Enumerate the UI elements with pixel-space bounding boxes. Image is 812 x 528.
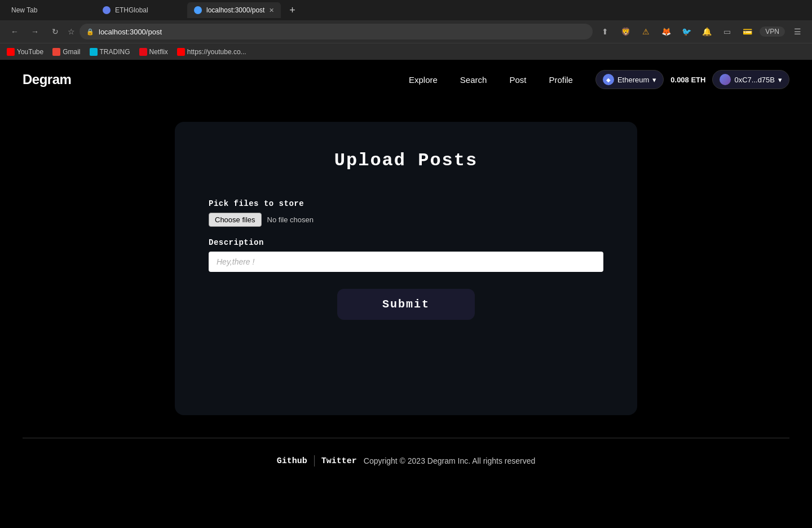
- fox-icon[interactable]: 🦊: [658, 24, 674, 39]
- bookmark-netflix[interactable]: Netflix: [139, 48, 168, 56]
- forward-button[interactable]: →: [27, 24, 43, 39]
- address-text: localhost:3000/post: [99, 28, 162, 36]
- bookmark-label: TRADING: [100, 48, 130, 56]
- footer-copyright: Copyright © 2023 Degram Inc. All rights …: [364, 456, 535, 465]
- close-icon[interactable]: ✕: [269, 7, 274, 14]
- tab-newtab[interactable]: New Tab: [5, 2, 95, 18]
- trading-favicon: [90, 48, 98, 56]
- menu-icon[interactable]: ☰: [789, 24, 805, 39]
- twitter-link[interactable]: Twitter: [321, 456, 357, 466]
- shield-icon[interactable]: ⚠: [638, 24, 654, 39]
- bookmark-button[interactable]: ☆: [68, 27, 75, 36]
- description-group: Description: [209, 238, 603, 272]
- nav-post[interactable]: Post: [509, 75, 526, 85]
- bookmark-gmail[interactable]: Gmail: [52, 48, 80, 56]
- youtube2-favicon: [177, 48, 185, 56]
- gmail-favicon: [52, 48, 60, 56]
- bell-icon[interactable]: 🔔: [699, 24, 714, 39]
- main-content: Upload Posts Pick files to store Choose …: [0, 99, 812, 438]
- bookmark-label: Netflix: [149, 48, 168, 56]
- tab-label: New Tab: [11, 6, 37, 14]
- bookmarks-bar: YouTube Gmail TRADING Netflix https://yo…: [0, 43, 812, 60]
- github-link[interactable]: Github: [277, 456, 307, 466]
- bookmark-youtube2[interactable]: https://youtube.co...: [177, 48, 246, 56]
- main-nav: Explore Search Post Profile: [409, 75, 573, 85]
- network-selector[interactable]: ◆ Ethereum ▾: [595, 70, 664, 89]
- avatar: [720, 74, 731, 85]
- wallet-info: ◆ Ethereum ▾ 0.008 ETH 0xC7...d75B ▾: [595, 70, 789, 89]
- bookmark-label: Gmail: [63, 48, 80, 56]
- wallet-icon[interactable]: 💳: [739, 24, 755, 39]
- chevron-down-icon: ▾: [778, 76, 782, 84]
- submit-button[interactable]: Submit: [337, 289, 475, 320]
- wallet-address-button[interactable]: 0xC7...d75B ▾: [712, 70, 789, 89]
- bookmark-label: YouTube: [17, 48, 43, 56]
- app-logo: Degram: [23, 72, 71, 87]
- youtube-favicon: [7, 48, 15, 56]
- new-tab-button[interactable]: +: [284, 2, 300, 18]
- toolbar-right: ⬆ 🦁 ⚠ 🦊 🐦 🔔 ▭ 💳 VPN ☰: [597, 24, 805, 39]
- tab-label: localhost:3000/post: [206, 6, 264, 14]
- address-bar[interactable]: 🔒 localhost:3000/post: [80, 24, 593, 39]
- nav-explore[interactable]: Explore: [409, 75, 438, 85]
- tab-ethglobal[interactable]: ETHGlobal: [96, 2, 186, 18]
- sidebar-icon[interactable]: ▭: [719, 24, 735, 39]
- eth-icon: ◆: [603, 74, 614, 85]
- ethglobal-icon: [103, 6, 111, 14]
- description-input[interactable]: [209, 252, 603, 272]
- no-file-text: No file chosen: [267, 215, 314, 224]
- app-header: Degram Explore Search Post Profile ◆ Eth…: [0, 60, 812, 99]
- lock-icon: 🔒: [86, 28, 94, 36]
- browser-tabs: New Tab ETHGlobal localhost:3000/post ✕ …: [0, 0, 812, 20]
- nav-search[interactable]: Search: [460, 75, 487, 85]
- submit-section: Submit: [209, 289, 603, 320]
- localhost-icon: [194, 6, 202, 14]
- footer-vertical-divider: [314, 455, 315, 467]
- bookmark-trading[interactable]: TRADING: [90, 48, 130, 56]
- reload-button[interactable]: ↻: [47, 24, 63, 39]
- bookmark-youtube[interactable]: YouTube: [7, 48, 43, 56]
- network-label: Ethereum: [617, 76, 649, 84]
- choose-files-button[interactable]: Choose files: [209, 213, 262, 227]
- upload-title: Upload Posts: [209, 150, 603, 171]
- file-input-row: Choose files No file chosen: [209, 213, 603, 227]
- brave-icon[interactable]: 🦁: [617, 24, 633, 39]
- netflix-favicon: [139, 48, 147, 56]
- tab-localhost[interactable]: localhost:3000/post ✕: [187, 2, 281, 18]
- description-label: Description: [209, 238, 603, 247]
- share-icon[interactable]: ⬆: [597, 24, 613, 39]
- browser-toolbar: ← → ↻ ☆ 🔒 localhost:3000/post ⬆ 🦁 ⚠ 🦊 🐦 …: [0, 20, 812, 43]
- vpn-badge[interactable]: VPN: [760, 27, 785, 37]
- file-label: Pick files to store: [209, 199, 603, 208]
- footer: Github Twitter Copyright © 2023 Degram I…: [0, 438, 812, 483]
- tab-label: ETHGlobal: [115, 6, 148, 14]
- eth-balance: 0.008 ETH: [670, 76, 705, 84]
- file-upload-group: Pick files to store Choose files No file…: [209, 199, 603, 227]
- wallet-address-text: 0xC7...d75B: [734, 76, 775, 84]
- back-button[interactable]: ←: [7, 24, 23, 39]
- bookmark-label: https://youtube.co...: [187, 48, 246, 56]
- nav-profile[interactable]: Profile: [549, 75, 573, 85]
- upload-card: Upload Posts Pick files to store Choose …: [175, 122, 637, 415]
- extension-icon[interactable]: 🐦: [678, 24, 694, 39]
- chevron-down-icon: ▾: [652, 76, 656, 84]
- browser-chrome: New Tab ETHGlobal localhost:3000/post ✕ …: [0, 0, 812, 60]
